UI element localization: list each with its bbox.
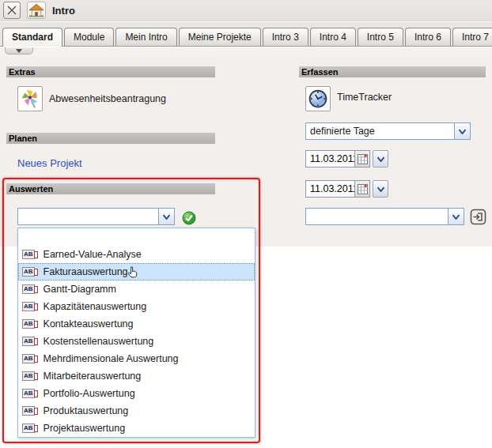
abwesenheit-app-label: Abwesenheitsbeantragung (49, 93, 166, 104)
section-header-extras: Extras (6, 66, 215, 77)
auswerten-combo-arrow-button[interactable] (158, 209, 174, 224)
date-to-calendar-button[interactable] (354, 180, 370, 198)
ab-report-icon: AB (22, 406, 38, 416)
abwesenheit-app-button[interactable] (17, 86, 43, 111)
list-item-label: Projektauswertung (44, 423, 126, 434)
ab-report-icon: AB (22, 319, 38, 329)
list-item[interactable]: AB Mehrdimensionale Auswertung (18, 350, 255, 367)
extra-combo-arrow-button[interactable] (448, 209, 464, 224)
list-item[interactable]: AB Gantt-Diagramm (18, 280, 255, 298)
ab-report-icon: AB (22, 302, 38, 311)
enter-arrow-icon (470, 209, 486, 225)
tab-intro-4[interactable]: Intro 4 (310, 28, 356, 46)
date-from-calendar-button[interactable] (354, 150, 370, 168)
ab-report-icon: AB (22, 337, 38, 346)
ab-report-icon: AB (22, 250, 38, 259)
neues-projekt-link[interactable]: Neues Projekt (17, 157, 82, 169)
confirm-button[interactable] (182, 211, 196, 225)
mode-combobox[interactable]: definierte Tage (305, 122, 471, 140)
tab-bar: Standard Module Mein Intro Meine Projekt… (0, 22, 492, 47)
chevron-down-icon (452, 214, 460, 220)
home-button[interactable] (27, 2, 46, 19)
auswerten-combo-value[interactable] (18, 209, 158, 224)
home-icon (28, 3, 44, 17)
ab-report-icon: AB (22, 389, 38, 398)
ab-report-icon: AB (22, 284, 38, 294)
ab-report-icon: AB (22, 371, 38, 381)
extra-combobox[interactable] (305, 208, 464, 225)
calendar-icon (358, 184, 368, 194)
tab-intro-7[interactable]: Intro 7 (452, 28, 492, 46)
date-from-input[interactable] (305, 150, 354, 168)
auswerten-dropdown-list: AB Earned-Value-Analyse AB Fakturaauswer… (17, 228, 255, 438)
date-from-widget (305, 150, 388, 168)
list-item[interactable]: AB Projektauswertung (18, 420, 255, 437)
timetracker-app-button[interactable] (305, 86, 331, 111)
list-item[interactable]: AB Earned-Value-Analyse (18, 246, 255, 263)
app-window: Intro Standard Module Mein Intro Meine P… (0, 0, 492, 448)
extra-combo-value[interactable] (306, 209, 448, 224)
calendar-icon (358, 154, 368, 164)
list-item-label: Mehrdimensionale Auswertung (44, 353, 179, 364)
close-button[interactable] (3, 2, 21, 19)
collapse-button[interactable] (5, 47, 33, 55)
list-item[interactable]: AB Kostenstellenauswertung (18, 333, 255, 350)
list-item[interactable]: AB Mitarbeiterauswertung (18, 367, 255, 385)
list-item-label: Fakturaauswertung (44, 266, 128, 277)
list-item-label: Portfolio-Auswertung (44, 388, 135, 399)
date-to-widget (305, 180, 388, 198)
clock-icon (307, 88, 329, 110)
ab-report-icon: AB (22, 354, 38, 363)
title-bar: Intro (0, 0, 492, 21)
tab-intro-3[interactable]: Intro 3 (263, 28, 308, 46)
ab-report-icon: AB (22, 424, 38, 433)
chevron-down-icon (377, 156, 384, 162)
pinwheel-icon (19, 88, 41, 110)
tab-meine-projekte[interactable]: Meine Projekte (179, 28, 261, 46)
chevron-down-icon (459, 129, 466, 134)
chevron-down-icon (163, 214, 170, 220)
list-item-empty[interactable] (18, 228, 255, 246)
collapse-strip (0, 47, 492, 57)
list-item-label: Mitarbeiterauswertung (44, 371, 142, 382)
chevron-down-icon (16, 49, 22, 53)
list-item-label: Produktauswertung (44, 405, 129, 416)
list-item-label: Kontakteauswertung (44, 318, 134, 329)
ab-report-icon: AB (22, 267, 38, 277)
check-icon (182, 211, 196, 225)
close-icon (6, 5, 17, 16)
date-from-dropdown-button[interactable] (373, 150, 388, 168)
list-item[interactable]: AB Kontakteauswertung (18, 315, 255, 333)
list-item[interactable]: AB Portfolio-Auswertung (18, 385, 255, 402)
list-item-label: Gantt-Diagramm (44, 284, 116, 295)
list-item-label: Earned-Value-Analyse (44, 249, 142, 260)
go-button[interactable] (469, 208, 486, 225)
tab-mein-intro[interactable]: Mein Intro (115, 28, 176, 46)
hand-cursor-icon (127, 266, 138, 281)
date-to-input[interactable] (305, 180, 354, 198)
section-header-erfassen: Erfassen (299, 66, 486, 77)
timetracker-app-label: TimeTracker (337, 92, 392, 103)
tab-module[interactable]: Module (64, 28, 114, 46)
list-item[interactable]: AB Kapazitätenauswertung (18, 298, 255, 315)
list-item-label: Kapazitätenauswertung (44, 301, 147, 312)
list-item-highlighted[interactable]: AB Fakturaauswertung (18, 263, 255, 280)
tab-standard[interactable]: Standard (2, 28, 62, 47)
list-item[interactable]: AB Produktauswertung (18, 402, 255, 420)
page-title: Intro (52, 5, 75, 17)
tab-intro-5[interactable]: Intro 5 (358, 28, 403, 46)
chevron-down-icon (377, 186, 384, 192)
date-to-dropdown-button[interactable] (373, 180, 388, 198)
mode-combo-arrow-button[interactable] (454, 123, 470, 139)
mode-combo-value[interactable]: definierte Tage (306, 123, 454, 139)
tab-intro-6[interactable]: Intro 6 (405, 28, 451, 46)
auswerten-combobox[interactable] (17, 208, 175, 225)
section-header-auswerten: Auswerten (6, 183, 215, 194)
list-item-label: Kostenstellenauswertung (44, 336, 154, 347)
section-header-planen: Planen (6, 133, 215, 144)
